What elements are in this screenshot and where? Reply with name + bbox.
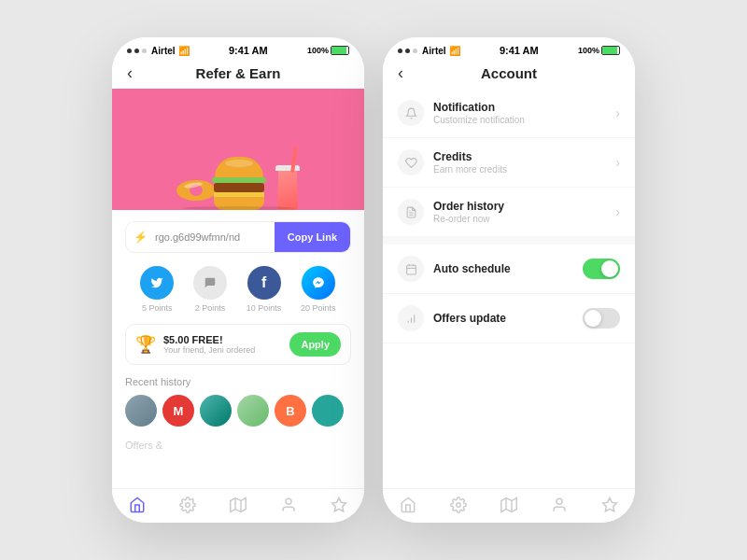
battery-1: 100%: [307, 46, 349, 55]
nav-settings-2[interactable]: [450, 497, 467, 513]
avatar-6: [312, 395, 344, 427]
credits-sub: Earn more credits: [433, 164, 615, 175]
status-left-2: Airtel 📶: [398, 46, 460, 56]
social-item-twitter[interactable]: 5 Points: [140, 266, 174, 313]
notification-label: Notification: [433, 101, 615, 114]
credits-label: Credits: [433, 150, 615, 163]
signal-dot-5: [405, 49, 410, 53]
donut-icon: [176, 180, 216, 201]
menu-item-credits[interactable]: Credits Earn more credits ›: [383, 138, 635, 188]
nav-favorites-1[interactable]: [331, 497, 347, 513]
nav-map-1[interactable]: [230, 497, 247, 513]
social-item-messenger[interactable]: 20 Points: [301, 266, 336, 313]
offers-update-label: Offers update: [433, 312, 583, 325]
nav-home-1[interactable]: [129, 497, 146, 513]
nav-header-2: ‹ Account: [383, 60, 635, 89]
svg-marker-5: [332, 498, 346, 511]
page-title-2: Account: [481, 65, 537, 81]
offers-update-toggle[interactable]: [583, 308, 620, 329]
burger-icon: [212, 157, 266, 210]
nav-profile-2[interactable]: [551, 497, 568, 513]
battery-bar-2: [601, 46, 620, 55]
apply-button[interactable]: Apply: [289, 332, 341, 357]
status-bar-2: Airtel 📶 9:41 AM 100%: [383, 37, 635, 60]
offers-update-icon: [398, 305, 424, 331]
svg-rect-8: [406, 265, 416, 274]
phone-refer-earn: Airtel 📶 9:41 AM 100% ‹ Refer & Earn: [112, 37, 364, 523]
carrier-1: Airtel: [151, 46, 176, 56]
page-title-1: Refer & Earn: [196, 65, 281, 81]
promo-row: 🏆 $5.00 FREE! Your friend, Jeni ordered …: [125, 324, 351, 365]
auto-schedule-icon: [398, 256, 424, 282]
nav-settings-1[interactable]: [179, 497, 196, 513]
sms-points: 2 Points: [195, 303, 226, 313]
toggle-knob-off: [585, 310, 601, 327]
toggle-row-offers-update: Offers update: [383, 294, 635, 343]
notification-text: Notification Customize notification: [433, 101, 615, 125]
svg-marker-1: [231, 498, 247, 512]
carrier-2: Airtel: [422, 46, 446, 56]
refer-link-row: ⚡ rgo.g6d99wfmn/nd Copy Link: [125, 221, 351, 253]
nav-favorites-2[interactable]: [601, 497, 618, 513]
battery-bar-1: [331, 46, 349, 55]
hero-banner: [112, 89, 364, 210]
messenger-points: 20 Points: [301, 303, 336, 313]
status-bar-1: Airtel 📶 9:41 AM 100%: [112, 37, 364, 60]
auto-schedule-toggle[interactable]: [583, 259, 620, 279]
avatar-2: M: [162, 395, 194, 427]
social-item-facebook[interactable]: f 10 Points: [247, 266, 282, 313]
credits-chevron: ›: [615, 155, 620, 170]
copy-link-button[interactable]: Copy Link: [275, 222, 350, 252]
menu-item-notification[interactable]: Notification Customize notification ›: [383, 89, 635, 138]
section-divider: [383, 237, 635, 245]
svg-point-19: [557, 498, 562, 504]
phone-account: Airtel 📶 9:41 AM 100% ‹ Account: [383, 37, 635, 523]
order-history-chevron: ›: [615, 204, 620, 219]
order-history-icon: [398, 199, 424, 225]
svg-point-0: [186, 503, 190, 508]
phone-content-1: ⚡ rgo.g6d99wfmn/nd Copy Link 5 Points 2 …: [112, 210, 364, 488]
avatar-5: B: [275, 395, 306, 427]
refer-link-code: rgo.g6d99wfmn/nd: [155, 224, 275, 250]
drink-icon: [275, 165, 300, 210]
battery-fill-2: [602, 47, 617, 54]
trophy-icon: 🏆: [135, 334, 156, 355]
credits-text: Credits Earn more credits: [433, 150, 615, 175]
nav-profile-1[interactable]: [280, 497, 297, 513]
credits-icon: [398, 149, 424, 175]
signal-dot-2: [134, 49, 139, 53]
lightning-icon: ⚡: [126, 231, 155, 244]
food-illustration: [176, 157, 300, 210]
menu-item-order-history[interactable]: Order history Re-order now ›: [383, 188, 635, 237]
signal-dot-1: [127, 49, 132, 53]
patty: [214, 183, 264, 192]
nav-home-2[interactable]: [400, 497, 416, 513]
svg-marker-16: [501, 498, 517, 512]
offers-title: Offers &: [125, 440, 162, 451]
signal-dot-3: [142, 49, 147, 53]
wifi-icon-1: 📶: [178, 46, 190, 56]
time-1: 9:41 AM: [229, 45, 268, 56]
bottom-nav-1: [112, 488, 364, 523]
avatar-1: [125, 395, 157, 427]
notification-icon: [398, 100, 424, 126]
twitter-points: 5 Points: [142, 303, 173, 313]
avatar-4: [237, 395, 269, 427]
avatars-row: M B: [125, 395, 351, 427]
promo-subtitle: Your friend, Jeni ordered: [163, 345, 289, 355]
notification-sub: Customize notification: [433, 115, 615, 125]
nav-map-2[interactable]: [500, 497, 517, 513]
bottom-nav-2: [383, 488, 635, 523]
status-left-1: Airtel 📶: [127, 46, 190, 56]
nav-header-1: ‹ Refer & Earn: [112, 60, 364, 89]
battery-2: 100%: [578, 46, 620, 55]
auto-schedule-label: Auto schedule: [433, 262, 583, 275]
facebook-icon: f: [247, 266, 281, 300]
social-item-sms[interactable]: 2 Points: [193, 266, 227, 313]
promo-amount: $5.00 FREE!: [163, 334, 289, 345]
wifi-icon-2: 📶: [449, 46, 460, 56]
back-button-2[interactable]: ‹: [398, 63, 403, 83]
signal-dot-6: [413, 49, 417, 53]
back-button-1[interactable]: ‹: [127, 63, 133, 83]
bun-top: [215, 157, 263, 177]
